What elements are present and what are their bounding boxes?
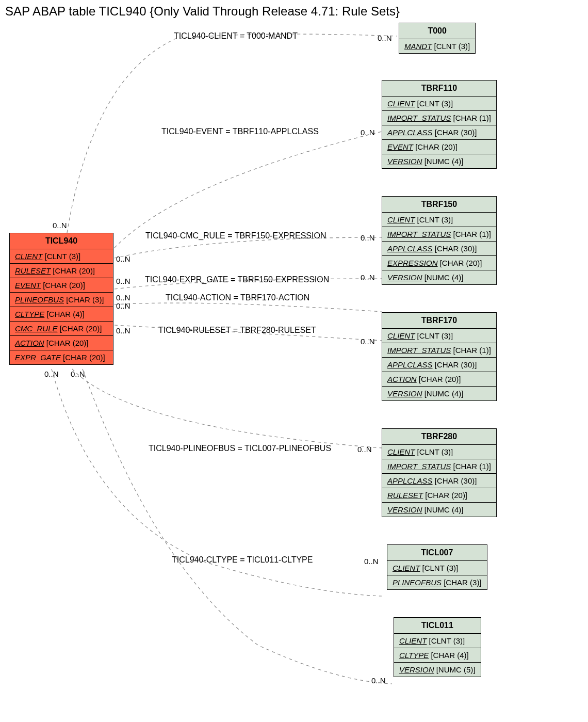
table-row: PLINEOFBUS [CHAR (3)] xyxy=(10,293,113,307)
edge-label: TICL940-CLIENT = T000-MANDT xyxy=(174,31,298,41)
table-row: APPLCLASS [CHAR (30)] xyxy=(382,242,496,256)
table-row: CLIENT [CLNT (3)] xyxy=(394,634,481,648)
cardinality: 0..N xyxy=(361,337,375,346)
table-row: IMPORT_STATUS [CHAR (1)] xyxy=(382,343,496,358)
cardinality: 0..N xyxy=(116,301,130,310)
table-header: TBRF110 xyxy=(382,81,496,97)
table-row: CLIENT [CLNT (3)] xyxy=(382,445,496,459)
table-row: EVENT [CHAR (20)] xyxy=(10,278,113,293)
table-row: ACTION [CHAR (20)] xyxy=(382,372,496,387)
table-row: ACTION [CHAR (20)] xyxy=(10,336,113,350)
edge-label: TICL940-RULESET = TBRF280-RULESET xyxy=(158,326,316,335)
table-row: EXPR_GATE [CHAR (20)] xyxy=(10,350,113,364)
table-row: IMPORT_STATUS [CHAR (1)] xyxy=(382,227,496,242)
table-header: T000 xyxy=(399,23,475,39)
table-row: APPLCLASS [CHAR (30)] xyxy=(382,358,496,372)
table-row: CLIENT [CLNT (3)] xyxy=(382,97,496,111)
table-header: TBRF170 xyxy=(382,313,496,329)
edge-label: TICL940-EVENT = TBRF110-APPLCLASS xyxy=(161,127,319,136)
table-row: VERSION [NUMC (4)] xyxy=(382,270,496,284)
table-row: RULESET [CHAR (20)] xyxy=(10,264,113,278)
cardinality: 0..N xyxy=(361,273,375,282)
table-row: CLTYPE [CHAR (4)] xyxy=(10,307,113,322)
table-row: VERSION [NUMC (5)] xyxy=(394,663,481,677)
edge-label: TICL940-CMC_RULE = TBRF150-EXPRESSION xyxy=(145,231,326,240)
table-row: APPLCLASS [CHAR (30)] xyxy=(382,474,496,488)
table-row: MANDT [CLNT (3)] xyxy=(399,39,475,53)
related-table-ticl007: TICL007 CLIENT [CLNT (3)] PLINEOFBUS [CH… xyxy=(387,544,487,590)
related-table-t000: T000 MANDT [CLNT (3)] xyxy=(399,23,476,54)
cardinality: 0..N xyxy=(44,370,59,378)
edge-label: TICL940-ACTION = TBRF170-ACTION xyxy=(166,293,309,302)
cardinality: 0..N xyxy=(116,326,130,335)
table-header: TICL940 xyxy=(10,233,113,249)
table-header: TBRF280 xyxy=(382,429,496,445)
table-row: IMPORT_STATUS [CHAR (1)] xyxy=(382,111,496,125)
cardinality: 0..N xyxy=(357,445,372,454)
table-row: APPLCLASS [CHAR (30)] xyxy=(382,125,496,140)
table-row: CLIENT [CLNT (3)] xyxy=(10,249,113,264)
cardinality: 0..N xyxy=(53,221,67,230)
table-row: PLINEOFBUS [CHAR (3)] xyxy=(387,575,487,589)
cardinality: 0..N xyxy=(364,557,379,566)
cardinality: 0..N xyxy=(71,370,85,378)
table-row: VERSION [NUMC (4)] xyxy=(382,154,496,168)
cardinality: 0..N xyxy=(371,676,386,685)
table-header: TICL011 xyxy=(394,618,481,634)
table-row: CLTYPE [CHAR (4)] xyxy=(394,648,481,663)
edge-label: TICL940-CLTYPE = TICL011-CLTYPE xyxy=(172,555,313,565)
related-table-tbrf110: TBRF110 CLIENT [CLNT (3)] IMPORT_STATUS … xyxy=(382,80,497,169)
related-table-tbrf150: TBRF150 CLIENT [CLNT (3)] IMPORT_STATUS … xyxy=(382,196,497,285)
table-row: CMC_RULE [CHAR (20)] xyxy=(10,322,113,336)
table-header: TBRF150 xyxy=(382,197,496,213)
cardinality: 0..N xyxy=(116,254,130,263)
cardinality: 0..N xyxy=(361,233,375,242)
table-row: CLIENT [CLNT (3)] xyxy=(382,213,496,227)
table-row: EXPRESSION [CHAR (20)] xyxy=(382,256,496,270)
edge-label: TICL940-EXPR_GATE = TBRF150-EXPRESSION xyxy=(145,275,329,284)
related-table-tbrf170: TBRF170 CLIENT [CLNT (3)] IMPORT_STATUS … xyxy=(382,312,497,401)
table-row: VERSION [NUMC (4)] xyxy=(382,387,496,400)
cardinality: 0..N xyxy=(378,34,392,42)
table-header: TICL007 xyxy=(387,545,487,561)
main-table-ticl940: TICL940 CLIENT [CLNT (3)] RULESET [CHAR … xyxy=(9,233,113,365)
cardinality: 0..N xyxy=(116,293,130,302)
related-table-tbrf280: TBRF280 CLIENT [CLNT (3)] IMPORT_STATUS … xyxy=(382,428,497,517)
table-row: EVENT [CHAR (20)] xyxy=(382,140,496,154)
cardinality: 0..N xyxy=(116,277,130,285)
diagram-title: SAP ABAP table TICL940 {Only Valid Throu… xyxy=(5,4,400,19)
edge-label: TICL940-PLINEOFBUS = TICL007-PLINEOFBUS xyxy=(149,444,331,453)
table-row: CLIENT [CLNT (3)] xyxy=(382,329,496,343)
table-row: VERSION [NUMC (4)] xyxy=(382,503,496,517)
table-row: IMPORT_STATUS [CHAR (1)] xyxy=(382,459,496,474)
related-table-ticl011: TICL011 CLIENT [CLNT (3)] CLTYPE [CHAR (… xyxy=(394,617,481,677)
cardinality: 0..N xyxy=(361,128,375,137)
table-row: CLIENT [CLNT (3)] xyxy=(387,561,487,575)
table-row: RULESET [CHAR (20)] xyxy=(382,488,496,503)
